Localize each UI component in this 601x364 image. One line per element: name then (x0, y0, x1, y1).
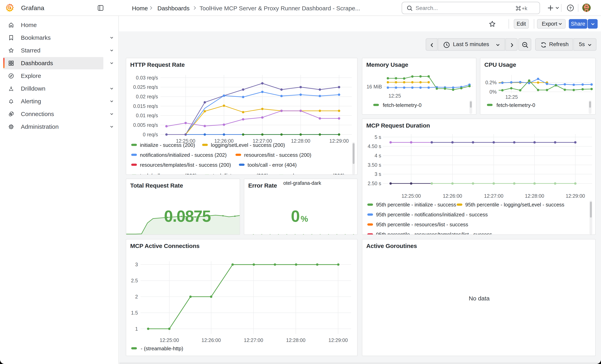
svg-text:2.50 s: 2.50 s (368, 181, 381, 186)
svg-text:0.025 req/s: 0.025 req/s (133, 84, 158, 90)
svg-text:5 s: 5 s (375, 134, 381, 140)
svg-text:3 s: 3 s (375, 171, 381, 177)
svg-text:unknown - success (200): unknown - success (200) (287, 173, 345, 175)
svg-text:4.50 s: 4.50 s (368, 143, 381, 149)
svg-text:12:28:00: 12:28:00 (291, 138, 310, 144)
svg-text:0.2%: 0.2% (485, 80, 497, 85)
svg-text:0.0875: 0.0875 (164, 207, 211, 225)
svg-text:95th percentile - resources/te: 95th percentile - resources/templates/li… (376, 231, 492, 235)
svg-text:tools/call - error (404): tools/call - error (404) (248, 162, 297, 168)
svg-text:12:26:00: 12:26:00 (201, 337, 221, 343)
svg-text:95th percentile - logging/setL: 95th percentile - logging/setLevel - suc… (465, 202, 564, 208)
svg-text:12:29:00: 12:29:00 (566, 193, 585, 199)
svg-text:- (streamable-http): - (streamable-http) (141, 345, 183, 352)
svg-text:1: 1 (135, 326, 138, 332)
svg-text:tools/call - success (200): tools/call - success (200) (140, 173, 197, 175)
svg-text:12:26:00: 12:26:00 (443, 193, 462, 199)
svg-text:resources/templates/list - suc: resources/templates/list - success (200) (140, 162, 231, 168)
svg-text:notifications/initialized - su: notifications/initialized - success (202… (140, 152, 227, 158)
svg-text:12:27:00: 12:27:00 (244, 337, 263, 343)
svg-text:12:29:00: 12:29:00 (329, 337, 348, 343)
svg-text:95th percentile - initialize -: 95th percentile - initialize - success (376, 202, 456, 208)
svg-text:12:25:00: 12:25:00 (160, 337, 179, 343)
svg-text:0 req/s: 0 req/s (143, 132, 158, 137)
svg-text:0.03 req/s: 0.03 req/s (136, 75, 158, 80)
svg-text:2: 2 (135, 294, 138, 299)
svg-text:12:25: 12:25 (505, 94, 518, 100)
svg-text:0.02 req/s: 0.02 req/s (136, 94, 158, 99)
svg-text:?: ? (569, 6, 572, 10)
svg-text:initialize - success (200): initialize - success (200) (140, 142, 195, 148)
svg-text:3.50 s: 3.50 s (368, 162, 381, 168)
svg-text:0%: 0% (291, 207, 308, 225)
svg-text:tools/list - success (200): tools/list - success (200) (213, 173, 268, 175)
svg-text:12:25: 12:25 (389, 93, 401, 98)
svg-text:16 MiB: 16 MiB (367, 84, 382, 89)
svg-text:12:28:00: 12:28:00 (286, 337, 305, 343)
svg-text:95th percentile - resources/li: 95th percentile - resources/list - succe… (376, 222, 468, 227)
svg-text:0.015 req/s: 0.015 req/s (133, 103, 158, 109)
svg-text:3: 3 (135, 262, 138, 267)
svg-text:12:27:00: 12:27:00 (484, 193, 503, 199)
svg-text:12:25:00: 12:25:00 (401, 193, 421, 199)
svg-text:logging/setLevel - success (20: logging/setLevel - success (200) (211, 142, 285, 148)
svg-text:95th percentile - notification: 95th percentile - notifications/initiali… (376, 212, 488, 217)
svg-text:12:28:00: 12:28:00 (525, 193, 544, 199)
svg-text:4 s: 4 s (375, 153, 381, 158)
svg-text:0%: 0% (490, 89, 497, 95)
svg-text:2.5: 2.5 (131, 278, 138, 283)
svg-text:1.5: 1.5 (131, 310, 138, 315)
svg-text:resources/list - success (200): resources/list - success (200) (244, 152, 311, 158)
svg-text:0.005 req/s: 0.005 req/s (133, 122, 158, 128)
svg-text:fetch-telemetry-0: fetch-telemetry-0 (496, 102, 535, 108)
svg-text:fetch-telemetry-0: fetch-telemetry-0 (383, 102, 421, 108)
svg-text:12:29:00: 12:29:00 (329, 138, 349, 144)
svg-text:0.01 req/s: 0.01 req/s (136, 113, 158, 118)
